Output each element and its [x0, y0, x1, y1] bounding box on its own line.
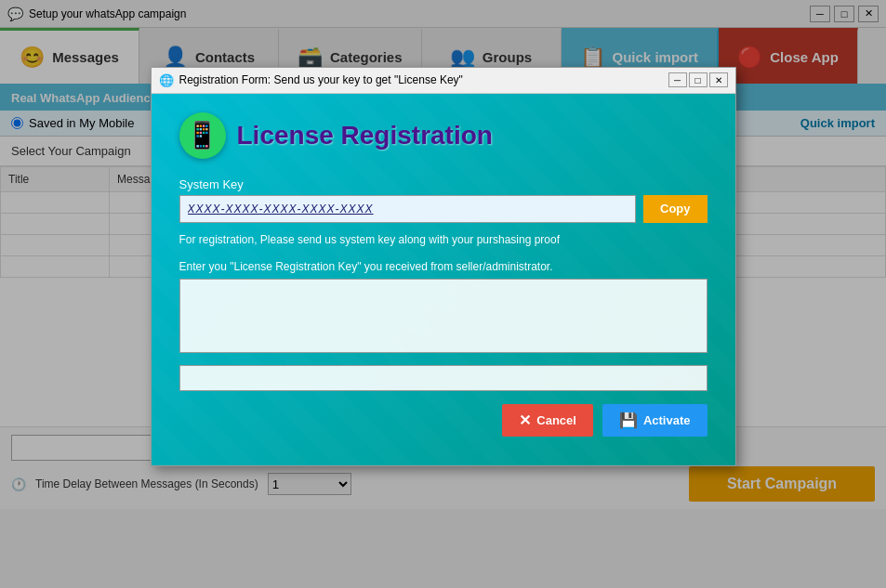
info-text: For registration, Please send us system … [179, 232, 707, 248]
status-input[interactable] [179, 365, 707, 391]
activate-label: Activate [643, 413, 691, 427]
system-key-input[interactable] [179, 195, 637, 223]
modal-maximize-button[interactable]: □ [689, 72, 707, 87]
activate-button[interactable]: 💾 Activate [602, 404, 707, 437]
modal-title: Registration Form: Send us your key to g… [179, 73, 663, 86]
modal-logo: 📱 [179, 112, 226, 159]
system-key-label: System Key [179, 177, 707, 191]
modal-window: 🌐 Registration Form: Send us your key to… [151, 67, 736, 466]
activate-icon: 💾 [619, 412, 638, 429]
modal-close-button[interactable]: ✕ [709, 72, 728, 87]
modal-controls: ─ □ ✕ [668, 72, 728, 87]
license-label: Enter you "License Registration Key" you… [179, 260, 707, 273]
cancel-button[interactable]: ✕ Cancel [502, 404, 593, 437]
modal-body: 📱 License Registration System Key Copy F… [152, 94, 735, 465]
modal-header: 📱 License Registration [179, 112, 707, 159]
system-key-row: Copy [179, 195, 707, 223]
cancel-label: Cancel [536, 413, 576, 427]
license-textarea[interactable] [179, 279, 707, 353]
modal-form: System Key Copy For registration, Please… [179, 177, 707, 438]
modal-overlay: 🌐 Registration Form: Send us your key to… [0, 0, 886, 588]
modal-actions: ✕ Cancel 💾 Activate [179, 404, 707, 437]
modal-titlebar: 🌐 Registration Form: Send us your key to… [152, 68, 735, 94]
copy-button[interactable]: Copy [643, 195, 707, 223]
modal-header-title: License Registration [237, 121, 493, 150]
modal-minimize-button[interactable]: ─ [668, 72, 687, 87]
cancel-icon: ✕ [519, 412, 531, 429]
modal-icon: 🌐 [159, 73, 174, 87]
whatsapp-icon: 📱 [186, 120, 218, 150]
